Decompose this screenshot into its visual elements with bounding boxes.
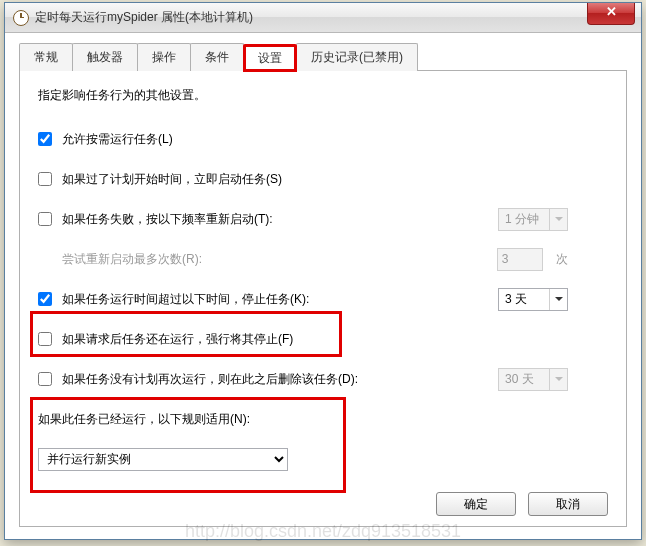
row-retry-count: 尝试重新启动最多次数(R): 次 bbox=[38, 242, 608, 276]
titlebar: 定时每天运行mySpider 属性(本地计算机) ✕ bbox=[5, 3, 641, 33]
label-running-rule: 如果此任务已经运行，以下规则适用(N): bbox=[38, 411, 250, 428]
checkbox-restart-fail[interactable]: 如果任务失败，按以下频率重新启动(T): bbox=[38, 211, 273, 228]
row-delete-unscheduled: 如果任务没有计划再次运行，则在此之后删除该任务(D): 30 天 bbox=[38, 362, 608, 396]
panel-description: 指定影响任务行为的其他设置。 bbox=[38, 87, 608, 104]
checkbox-allow-demand[interactable]: 允许按需运行任务(L) bbox=[38, 131, 173, 148]
chevron-down-icon bbox=[549, 369, 567, 390]
label-restart-fail: 如果任务失败，按以下频率重新启动(T): bbox=[62, 211, 273, 228]
combo-stop-after[interactable]: 3 天 bbox=[498, 288, 568, 311]
label-run-if-missed: 如果过了计划开始时间，立即启动任务(S) bbox=[62, 171, 282, 188]
combo-delete-after[interactable]: 30 天 bbox=[498, 368, 568, 391]
tab-triggers[interactable]: 触发器 bbox=[72, 43, 138, 71]
select-running-rule[interactable]: 并行运行新实例 bbox=[38, 448, 288, 471]
close-button[interactable]: ✕ bbox=[587, 3, 635, 25]
combo-restart-interval[interactable]: 1 分钟 bbox=[498, 208, 568, 231]
tab-general[interactable]: 常规 bbox=[19, 43, 73, 71]
label-delete-unscheduled: 如果任务没有计划再次运行，则在此之后删除该任务(D): bbox=[62, 371, 358, 388]
checkbox-force-stop[interactable]: 如果请求后任务还在运行，强行将其停止(F) bbox=[38, 331, 293, 348]
row-run-if-missed: 如果过了计划开始时间，立即启动任务(S) bbox=[38, 162, 608, 196]
window-title: 定时每天运行mySpider 属性(本地计算机) bbox=[35, 9, 253, 26]
stop-after-control: 3 天 bbox=[498, 288, 568, 311]
combo-stop-after-value: 3 天 bbox=[503, 291, 545, 308]
tab-conditions[interactable]: 条件 bbox=[190, 43, 244, 71]
row-rule-select: 并行运行新实例 bbox=[38, 442, 608, 476]
input-retry-count[interactable] bbox=[497, 248, 543, 271]
dialog-footer: 确定 取消 bbox=[436, 492, 608, 516]
tab-actions[interactable]: 操作 bbox=[137, 43, 191, 71]
combo-restart-interval-value: 1 分钟 bbox=[503, 211, 545, 228]
tab-history[interactable]: 历史记录(已禁用) bbox=[296, 43, 418, 71]
checkbox-delete-unscheduled[interactable]: 如果任务没有计划再次运行，则在此之后删除该任务(D): bbox=[38, 371, 358, 388]
checkbox-stop-longer[interactable]: 如果任务运行时间超过以下时间，停止任务(K): bbox=[38, 291, 309, 308]
row-allow-demand: 允许按需运行任务(L) bbox=[38, 122, 608, 156]
row-restart-fail: 如果任务失败，按以下频率重新启动(T): 1 分钟 bbox=[38, 202, 608, 236]
label-retry-suffix: 次 bbox=[556, 252, 568, 266]
combo-delete-after-value: 30 天 bbox=[503, 371, 545, 388]
clock-icon bbox=[13, 10, 29, 26]
label-force-stop: 如果请求后任务还在运行，强行将其停止(F) bbox=[62, 331, 293, 348]
ok-button[interactable]: 确定 bbox=[436, 492, 516, 516]
settings-panel: 指定影响任务行为的其他设置。 允许按需运行任务(L) 如果过了计划开始时间，立即… bbox=[19, 71, 627, 527]
cancel-button[interactable]: 取消 bbox=[528, 492, 608, 516]
label-retry-count: 尝试重新启动最多次数(R): bbox=[62, 251, 202, 268]
row-rule-label: 如果此任务已经运行，以下规则适用(N): bbox=[38, 402, 608, 436]
row-force-stop: 如果请求后任务还在运行，强行将其停止(F) bbox=[38, 322, 608, 356]
checkbox-run-if-missed[interactable]: 如果过了计划开始时间，立即启动任务(S) bbox=[38, 171, 282, 188]
tab-settings[interactable]: 设置 bbox=[243, 44, 297, 72]
tab-bar: 常规 触发器 操作 条件 设置 历史记录(已禁用) bbox=[19, 43, 627, 71]
chevron-down-icon bbox=[549, 289, 567, 310]
content-area: 常规 触发器 操作 条件 设置 历史记录(已禁用) 指定影响任务行为的其他设置。… bbox=[5, 33, 641, 539]
chevron-down-icon bbox=[549, 209, 567, 230]
row-stop-longer: 如果任务运行时间超过以下时间，停止任务(K): 3 天 bbox=[38, 282, 608, 316]
label-stop-longer: 如果任务运行时间超过以下时间，停止任务(K): bbox=[62, 291, 309, 308]
delete-after-control: 30 天 bbox=[498, 368, 568, 391]
properties-dialog: 定时每天运行mySpider 属性(本地计算机) ✕ 常规 触发器 操作 条件 … bbox=[4, 2, 642, 540]
retry-count-control: 次 bbox=[497, 248, 568, 271]
restart-interval-control: 1 分钟 bbox=[498, 208, 568, 231]
label-allow-demand: 允许按需运行任务(L) bbox=[62, 131, 173, 148]
